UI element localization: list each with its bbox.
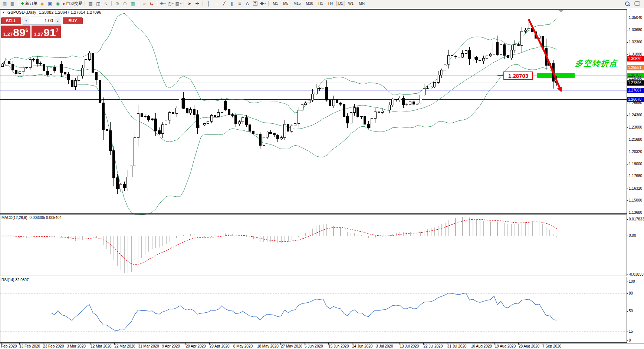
candle-body (113, 150, 115, 178)
date-tick-label: 3 Mar 2020 (67, 344, 86, 348)
candle-body (144, 117, 146, 117)
candle-body (482, 58, 484, 61)
candle-body (106, 129, 108, 130)
bollinger-lower-band (2, 64, 557, 215)
candle-body (196, 115, 198, 128)
axis-tick-label: 50 (629, 309, 633, 313)
date-tick-label: 31 Mar 2020 (138, 344, 159, 348)
candle-body (437, 75, 439, 82)
candle-body (458, 57, 460, 57)
turning-point-annotation[interactable]: 多空转折点 (575, 58, 618, 69)
date-tick-label: 9 Apr 2020 (162, 344, 180, 348)
candle-body (15, 70, 17, 74)
symbol-period-label: GBPUSD-,Daily (7, 10, 36, 14)
candle-body (489, 54, 492, 56)
candle-body (19, 72, 21, 74)
date-tick-label: 24 Jun 2020 (352, 344, 372, 348)
candle-body (517, 44, 519, 45)
candle-body (374, 112, 377, 118)
candle-body (493, 42, 495, 54)
panel-frame (0, 10, 627, 214)
chart-header: ▲ GBPUSD-,Daily 1.28082 1.28647 1.27614 … (2, 10, 101, 14)
candle-body (378, 112, 380, 112)
date-tick-label: 8 May 2020 (233, 344, 253, 348)
candle-body (12, 64, 14, 70)
candle-body (238, 122, 240, 124)
candle-body (95, 73, 98, 80)
volume-decrease-button[interactable]: ▾ (23, 17, 29, 24)
volume-increase-button[interactable]: ▴ (55, 17, 61, 24)
candle-body (434, 83, 436, 87)
date-tick-label: 13 Jul 2020 (400, 344, 419, 348)
candle-body (479, 60, 481, 61)
candle-body (486, 56, 488, 58)
candle-body (109, 130, 111, 150)
date-tick-label: 18 May 2020 (257, 344, 279, 348)
candle-body (120, 184, 122, 189)
sell-button[interactable]: SELL (1, 17, 21, 24)
candle-body (332, 100, 335, 106)
sell-price-display[interactable]: 1.27896 (1, 26, 30, 38)
candle-body (141, 114, 143, 117)
axis-tick-label: 15 (629, 329, 633, 333)
candle-body (4, 61, 7, 64)
candle-body (395, 99, 397, 100)
volume-input[interactable] (29, 17, 55, 24)
candle-body (353, 108, 355, 112)
candle-body (318, 88, 321, 89)
axis-tick-label: 0.017833 (629, 217, 644, 221)
sell-price-pipette: 6 (26, 27, 28, 33)
date-tick-label: 28 Aug 2020 (519, 344, 539, 348)
candle-body (312, 94, 314, 100)
candle-body (231, 114, 233, 115)
collapse-marker-icon[interactable]: ▲ (2, 11, 5, 14)
candle-body (85, 59, 87, 68)
buy-price-display[interactable]: 1.27917 (32, 26, 61, 38)
candle-body (193, 109, 195, 114)
buy-price-pipette: 7 (56, 27, 59, 33)
candle-body (74, 81, 76, 86)
candle-body (116, 178, 118, 189)
axis-tick-label: -0.038559 (629, 272, 644, 276)
buy-button[interactable]: BUY (63, 17, 83, 24)
candle-body (256, 134, 258, 134)
candle-body (183, 98, 185, 108)
candle-body (200, 125, 202, 128)
level-callout-dash (497, 75, 503, 76)
candle-body (270, 132, 272, 133)
mt4-terminal-window: { "toolbar": { "groups": [ {"name":"wind… (0, 0, 644, 349)
candle-body (329, 100, 331, 106)
sell-price-main: 89 (13, 27, 25, 38)
candle-body (283, 124, 286, 137)
axis-tick-label: 1.31000 (629, 52, 642, 56)
candle-body (203, 124, 206, 125)
date-tick-label: 29 Apr 2020 (210, 344, 230, 348)
candle-body (430, 87, 432, 88)
axis-tick-label: 1.13680 (629, 210, 642, 215)
level-callout[interactable]: 1.28703 (503, 72, 533, 80)
candle-body (524, 30, 526, 31)
candle-body (405, 104, 408, 105)
candle-body (130, 166, 132, 177)
chart-canvas[interactable] (0, 0, 644, 349)
axis-tick-label: 0.00 (629, 233, 636, 237)
candle-body (371, 119, 373, 128)
candle-body (64, 73, 66, 74)
date-tick-label: Feb 2020 (1, 344, 17, 348)
macd-label: MACD(12,26,9) -0.003305 0.005404 (1, 216, 62, 220)
axis-tick-label: 1.24360 (629, 113, 642, 117)
candle-body (528, 28, 530, 30)
candle-body (409, 102, 411, 105)
candle-body (102, 103, 105, 129)
ohlc-readout: 1.28082 1.28647 1.27614 1.27896 (39, 10, 101, 14)
candle-body (388, 105, 390, 110)
candle-body (475, 57, 477, 60)
axis-tick-label: 1.35040 (629, 16, 642, 20)
date-tick-label: 15 Jun 2020 (328, 344, 349, 348)
candle-body (357, 108, 359, 117)
buy-price-main: 91 (43, 27, 56, 38)
candle-body (43, 64, 45, 71)
panel-frame (0, 277, 627, 343)
candle-body (514, 44, 516, 50)
candle-body (155, 119, 157, 131)
